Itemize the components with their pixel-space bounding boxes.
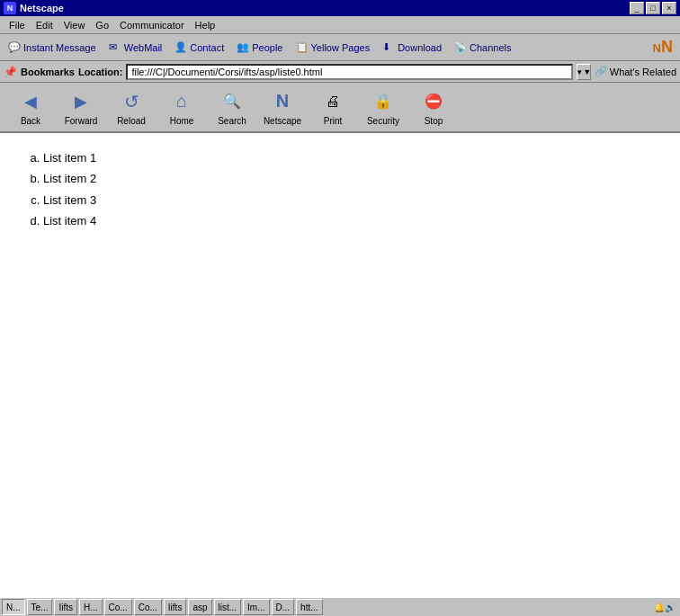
security-icon: [371, 89, 396, 114]
security-button[interactable]: Security: [360, 85, 407, 129]
taskbar-label-2: Iifts: [58, 603, 73, 612]
taskbar-label-5: Co...: [139, 603, 157, 612]
location-dropdown-button[interactable]: ▼: [577, 64, 591, 80]
location-bar: Bookmarks Location: ▼ What's Related: [0, 61, 680, 83]
taskbar-item-2[interactable]: Iifts: [54, 599, 77, 615]
forward-label: Forward: [65, 116, 98, 126]
print-button[interactable]: Print: [309, 85, 356, 129]
stop-button[interactable]: Stop: [410, 85, 457, 129]
title-bar: N Netscape _ □ ×: [0, 0, 680, 16]
related-icon: [595, 66, 607, 77]
home-button[interactable]: Home: [158, 85, 205, 129]
taskbar-item-9[interactable]: Im...: [243, 599, 269, 615]
taskbar-label-6: Iifts: [168, 603, 183, 612]
download-icon: [382, 41, 395, 54]
stop-label: Stop: [425, 116, 443, 126]
people-icon: [237, 41, 249, 54]
taskbar-label-10: D...: [276, 603, 291, 612]
bookmarks-button[interactable]: Bookmarks: [4, 66, 75, 78]
menu-file[interactable]: File: [4, 18, 31, 32]
whats-related-label: What's Related: [610, 67, 676, 77]
list-item: List item 2: [43, 168, 658, 189]
taskbar-item-3[interactable]: H...: [79, 599, 103, 615]
security-label: Security: [367, 116, 399, 126]
back-button[interactable]: Back: [7, 85, 54, 129]
nav-download-label: Download: [398, 42, 442, 53]
title-bar-title: Netscape: [20, 3, 64, 13]
home-icon: [169, 89, 194, 114]
taskbar-item-0[interactable]: N...: [2, 599, 25, 615]
nav-people-label: People: [252, 42, 282, 53]
search-icon: [219, 89, 245, 114]
bookmarks-label: Bookmarks: [21, 67, 75, 77]
nav-webmail-label: WebMail: [124, 42, 163, 53]
dropdown-arrow-icon: ▼: [576, 67, 591, 76]
instant-message-icon: [8, 41, 21, 54]
taskbar-label-3: H...: [84, 603, 98, 612]
taskbar-item-6[interactable]: Iifts: [164, 599, 187, 615]
nav-instant-message[interactable]: Instant Message: [4, 40, 101, 56]
nav-toolbar: Instant Message WebMail Contact People Y…: [0, 34, 680, 61]
nav-channels[interactable]: Channels: [450, 40, 515, 56]
maximize-button[interactable]: □: [646, 2, 660, 14]
close-button[interactable]: ×: [662, 2, 676, 14]
nav-people[interactable]: People: [232, 40, 287, 56]
netscape-label: Netscape: [264, 116, 301, 126]
print-icon: [320, 89, 345, 114]
taskbar-item-7[interactable]: asp: [188, 599, 211, 615]
search-label: Search: [218, 116, 246, 126]
taskbar-item-1[interactable]: Te...: [27, 599, 53, 615]
taskbar-label-0: N...: [6, 603, 21, 612]
nav-webmail[interactable]: WebMail: [104, 40, 167, 56]
print-label: Print: [324, 116, 343, 126]
contact-icon: [174, 41, 187, 54]
taskbar: N... Te... Iifts H... Co... Co... Iifts …: [0, 596, 680, 616]
menu-go[interactable]: Go: [90, 18, 114, 32]
menu-edit[interactable]: Edit: [31, 18, 58, 32]
forward-button[interactable]: Forward: [58, 85, 104, 129]
content-area: List item 1 List item 2 List item 3 List…: [0, 133, 680, 596]
title-bar-buttons[interactable]: _ □ ×: [630, 2, 676, 14]
taskbar-item-4[interactable]: Co...: [104, 599, 132, 615]
title-bar-left: N Netscape: [4, 2, 64, 14]
nav-yellow-pages[interactable]: Yellow Pages: [291, 40, 375, 56]
back-label: Back: [21, 116, 40, 126]
reload-icon: [119, 89, 144, 114]
netscape-icon: [270, 89, 295, 114]
back-icon: [18, 89, 43, 114]
minimize-button[interactable]: _: [630, 2, 644, 14]
nav-contact[interactable]: Contact: [170, 40, 228, 56]
taskbar-label-11: htt...: [300, 603, 318, 612]
whats-related-button[interactable]: What's Related: [595, 66, 676, 77]
home-label: Home: [170, 116, 194, 126]
nav-download[interactable]: Download: [378, 40, 446, 56]
search-button[interactable]: Search: [209, 85, 255, 129]
menu-help[interactable]: Help: [190, 18, 221, 32]
button-toolbar: Back Forward Reload Home Search Netscape…: [0, 83, 680, 133]
netscape-logo-icon: N: [4, 2, 16, 14]
reload-button[interactable]: Reload: [108, 85, 155, 129]
menu-view[interactable]: View: [58, 18, 91, 32]
taskbar-label-9: Im...: [247, 603, 264, 612]
webmail-icon: [109, 41, 121, 54]
yellow-pages-icon: [296, 41, 309, 54]
nav-yellow-pages-label: Yellow Pages: [311, 42, 371, 53]
taskbar-label-7: asp: [192, 603, 207, 612]
taskbar-label-1: Te...: [31, 603, 49, 612]
taskbar-item-5[interactable]: Co...: [134, 599, 162, 615]
channels-icon: [454, 41, 467, 54]
location-label: Location:: [78, 67, 123, 77]
netscape-button[interactable]: Netscape: [259, 85, 306, 129]
taskbar-label-4: Co...: [109, 603, 128, 612]
list-item: List item 1: [43, 147, 658, 168]
taskbar-item-11[interactable]: htt...: [296, 599, 322, 615]
menu-bar: File Edit View Go Communicator Help: [0, 16, 680, 34]
nav-contact-label: Contact: [190, 42, 224, 53]
taskbar-item-10[interactable]: D...: [272, 599, 295, 615]
taskbar-item-8[interactable]: list...: [214, 599, 242, 615]
menu-communicator[interactable]: Communicator: [114, 18, 190, 32]
nav-channels-label: Channels: [470, 42, 511, 53]
location-input[interactable]: [126, 64, 572, 80]
forward-icon: [68, 89, 94, 114]
systray-icons: 🔔🔊: [651, 603, 678, 612]
